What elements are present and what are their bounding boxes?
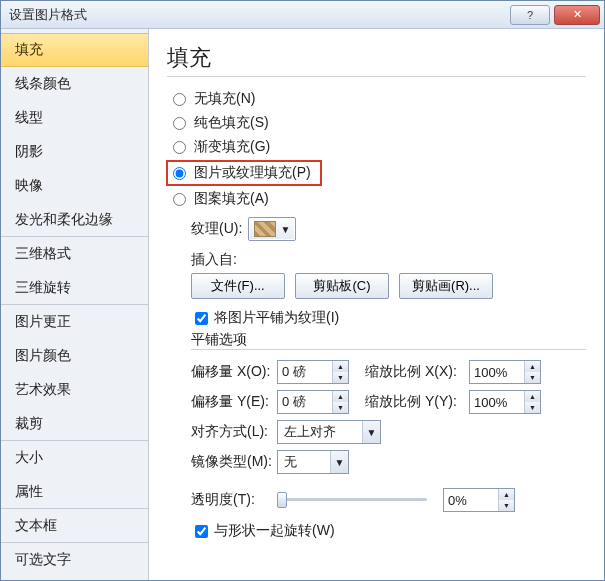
fill-picture-row-wrap: 图片或纹理填充(P) — [167, 159, 586, 187]
tile-checkbox-row[interactable]: 将图片平铺为纹理(I) — [167, 309, 586, 327]
fill-pattern-row[interactable]: 图案填充(A) — [167, 187, 586, 211]
offset-y-value: 0 磅 — [278, 393, 332, 411]
content-panel: 填充 无填充(N) 纯色填充(S) 渐变填充(G) 图片或纹理填充(P) — [149, 29, 604, 580]
down-arrow-icon[interactable]: ▼ — [525, 372, 540, 383]
divider — [167, 76, 586, 77]
offset-y-row: 偏移量 Y(E): 0 磅 ▲▼ 缩放比例 Y(Y): 100% ▲▼ — [191, 390, 586, 414]
insert-from-label: 插入自: — [167, 251, 586, 269]
up-arrow-icon[interactable]: ▲ — [499, 489, 514, 500]
transparency-row: 透明度(T): 0% ▲▼ — [167, 488, 586, 512]
texture-swatch-icon — [254, 221, 276, 237]
chevron-down-icon: ▼ — [362, 421, 380, 443]
fill-none-row[interactable]: 无填充(N) — [167, 87, 586, 111]
slider-track — [277, 498, 427, 501]
close-button[interactable]: ✕ — [554, 5, 600, 25]
scale-y-input[interactable]: 100% ▲▼ — [469, 390, 541, 414]
sidebar-item-3d-format[interactable]: 三维格式 — [1, 237, 148, 271]
window-title: 设置图片格式 — [9, 6, 87, 24]
titlebar: 设置图片格式 ? ✕ — [1, 1, 604, 29]
sidebar-item-shadow[interactable]: 阴影 — [1, 135, 148, 169]
fill-gradient-radio[interactable] — [173, 141, 186, 154]
align-value: 左上对齐 — [278, 423, 362, 441]
up-arrow-icon[interactable]: ▲ — [333, 361, 348, 372]
chevron-down-icon: ▼ — [330, 451, 348, 473]
insert-buttons: 文件(F)... 剪贴板(C) 剪贴画(R)... — [167, 273, 586, 299]
scale-y-label: 缩放比例 Y(Y): — [365, 393, 469, 411]
divider — [191, 349, 586, 350]
offset-x-row: 偏移量 X(O): 0 磅 ▲▼ 缩放比例 X(X): 100% ▲▼ — [191, 360, 586, 384]
scale-x-label: 缩放比例 X(X): — [365, 363, 469, 381]
mirror-select[interactable]: 无 ▼ — [277, 450, 349, 474]
insert-clipart-button[interactable]: 剪贴画(R)... — [399, 273, 493, 299]
titlebar-buttons: ? ✕ — [510, 5, 604, 25]
dialog-body: 填充 线条颜色 线型 阴影 映像 发光和柔化边缘 三维格式 三维旋转 图片更正 … — [1, 29, 604, 580]
scale-y-value: 100% — [470, 395, 524, 410]
transparency-input[interactable]: 0% ▲▼ — [443, 488, 515, 512]
fill-pattern-radio[interactable] — [173, 193, 186, 206]
sidebar-item-crop[interactable]: 裁剪 — [1, 407, 148, 441]
texture-row: 纹理(U): ▼ — [167, 217, 586, 241]
fill-solid-row[interactable]: 纯色填充(S) — [167, 111, 586, 135]
align-select[interactable]: 左上对齐 ▼ — [277, 420, 381, 444]
offset-x-label: 偏移量 X(O): — [191, 363, 277, 381]
fill-picture-label: 图片或纹理填充(P) — [194, 164, 311, 182]
tile-checkbox-label: 将图片平铺为纹理(I) — [214, 309, 339, 327]
transparency-value: 0% — [444, 493, 498, 508]
rotate-checkbox[interactable] — [195, 525, 208, 538]
sidebar-item-artistic-effect[interactable]: 艺术效果 — [1, 373, 148, 407]
fill-pattern-label: 图案填充(A) — [194, 190, 269, 208]
sidebar-item-3d-rotation[interactable]: 三维旋转 — [1, 271, 148, 305]
help-button[interactable]: ? — [510, 5, 550, 25]
insert-file-button[interactable]: 文件(F)... — [191, 273, 285, 299]
sidebar-item-alt-text[interactable]: 可选文字 — [1, 543, 148, 577]
align-label: 对齐方式(L): — [191, 423, 277, 441]
fill-solid-radio[interactable] — [173, 117, 186, 130]
mirror-value: 无 — [278, 453, 330, 471]
texture-label: 纹理(U): — [191, 220, 242, 238]
sidebar-item-picture-color[interactable]: 图片颜色 — [1, 339, 148, 373]
sidebar-item-properties[interactable]: 属性 — [1, 475, 148, 509]
sidebar-item-size[interactable]: 大小 — [1, 441, 148, 475]
transparency-slider[interactable] — [277, 490, 427, 510]
sidebar-item-textbox[interactable]: 文本框 — [1, 509, 148, 543]
down-arrow-icon[interactable]: ▼ — [333, 402, 348, 413]
down-arrow-icon[interactable]: ▼ — [499, 500, 514, 511]
fill-gradient-label: 渐变填充(G) — [194, 138, 270, 156]
mirror-label: 镜像类型(M): — [191, 453, 277, 471]
fill-gradient-row[interactable]: 渐变填充(G) — [167, 135, 586, 159]
sidebar-item-line-style[interactable]: 线型 — [1, 101, 148, 135]
up-arrow-icon[interactable]: ▲ — [333, 391, 348, 402]
sidebar-item-reflection[interactable]: 映像 — [1, 169, 148, 203]
transparency-label: 透明度(T): — [191, 491, 277, 509]
rotate-checkbox-label: 与形状一起旋转(W) — [214, 522, 335, 540]
insert-clipboard-button[interactable]: 剪贴板(C) — [295, 273, 389, 299]
sidebar-item-line-color[interactable]: 线条颜色 — [1, 67, 148, 101]
fill-none-label: 无填充(N) — [194, 90, 255, 108]
down-arrow-icon[interactable]: ▼ — [525, 402, 540, 413]
up-arrow-icon[interactable]: ▲ — [525, 391, 540, 402]
fill-solid-label: 纯色填充(S) — [194, 114, 269, 132]
up-arrow-icon[interactable]: ▲ — [525, 361, 540, 372]
sidebar: 填充 线条颜色 线型 阴影 映像 发光和柔化边缘 三维格式 三维旋转 图片更正 … — [1, 29, 149, 580]
texture-picker[interactable]: ▼ — [248, 217, 296, 241]
fill-none-radio[interactable] — [173, 93, 186, 106]
fill-picture-radio[interactable] — [173, 167, 186, 180]
scale-x-value: 100% — [470, 365, 524, 380]
chevron-down-icon: ▼ — [280, 224, 290, 235]
scale-x-input[interactable]: 100% ▲▼ — [469, 360, 541, 384]
tile-checkbox[interactable] — [195, 312, 208, 325]
section-title: 填充 — [167, 43, 586, 73]
tiling-title: 平铺选项 — [191, 331, 586, 349]
mirror-row: 镜像类型(M): 无 ▼ — [191, 450, 586, 474]
offset-y-label: 偏移量 Y(E): — [191, 393, 277, 411]
slider-thumb[interactable] — [277, 492, 287, 508]
offset-x-input[interactable]: 0 磅 ▲▼ — [277, 360, 349, 384]
sidebar-item-picture-correction[interactable]: 图片更正 — [1, 305, 148, 339]
rotate-checkbox-row[interactable]: 与形状一起旋转(W) — [167, 522, 586, 540]
sidebar-item-fill[interactable]: 填充 — [1, 33, 148, 67]
fill-picture-row[interactable]: 图片或纹理填充(P) — [167, 161, 321, 185]
offset-x-value: 0 磅 — [278, 363, 332, 381]
down-arrow-icon[interactable]: ▼ — [333, 372, 348, 383]
sidebar-item-glow[interactable]: 发光和柔化边缘 — [1, 203, 148, 237]
offset-y-input[interactable]: 0 磅 ▲▼ — [277, 390, 349, 414]
